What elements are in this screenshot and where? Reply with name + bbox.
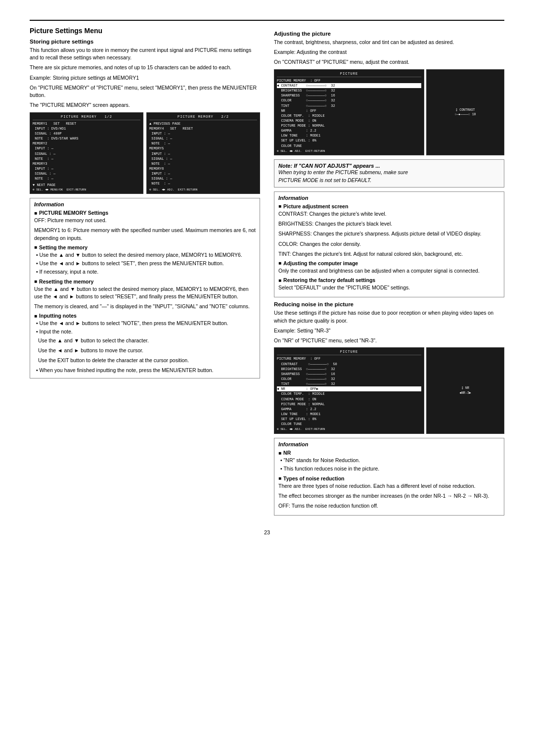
- ps-r8: COLOR TEMP. : MIDDLE: [277, 113, 421, 118]
- memory-screens-row: PICTURE MEMORY 1/2 MEMORY1 SET RESET INP…: [30, 112, 260, 194]
- memory-s1-r3: SIGNAL : 480P: [33, 131, 140, 136]
- memory-s2-r10: INPUT : —: [149, 171, 257, 176]
- info-box-right: Information Picture adjustment screen CO…: [274, 191, 504, 298]
- nr-screen: PICTURE PICTURE MEMORY : OFF CONTRAST ○—…: [274, 347, 424, 434]
- info-box-nr-title: Information: [278, 441, 500, 447]
- memory-s2-prev: ▲ PREVIOUS PAGE: [149, 121, 257, 126]
- setting-bullet-3: If necessary, input a note.: [34, 268, 256, 276]
- reducing-example: Example: Setting "NR-3": [274, 327, 504, 334]
- memory-s1-r7: SIGNAL : —: [33, 151, 140, 156]
- nr-r10: PICTURE MODE : NORMAL: [277, 402, 421, 407]
- computer-image-p: Only the contrast and brightness can be …: [278, 267, 500, 275]
- memory-s2-r1: MEMORY4 SET RESET: [149, 126, 257, 131]
- memory-s1-r12: NOTE : —: [33, 176, 140, 181]
- storing-p3: On "PICTURE MEMORY" of "PICTURE" menu, s…: [30, 84, 260, 99]
- adjusting-example: Example: Adjusting the contrast: [274, 48, 504, 56]
- computer-image-head: Adjusting the computer image: [278, 260, 500, 266]
- storing-p4: The "PICTURE MEMORY" screen appears.: [30, 101, 260, 109]
- ps-r7: NR : OFF: [277, 108, 421, 113]
- ps-r6: TINT ○————————○ 32: [277, 103, 421, 108]
- resetting-p1: Use the ▲ and ▼ button to select the des…: [34, 285, 256, 300]
- contrast-desc: CONTRAST: Changes the picture's white le…: [278, 210, 500, 218]
- ps-r12: LOW TONE : MODE1: [277, 133, 421, 138]
- memory-s2-r7: SIGNAL : —: [149, 156, 257, 161]
- contrast-label: ‡ CONTRAST○—●————○ 10: [455, 108, 476, 117]
- memory-s2-r3: SIGNAL : —: [149, 136, 257, 141]
- inputting-sub2: Use the ◄ and ► buttons to move the curs…: [34, 347, 256, 354]
- picture-screen-area: PICTURE PICTURE MEMORY : OFF ◄ CONTRAST …: [274, 69, 504, 156]
- adjusting-title: Adjusting the picture: [274, 31, 504, 37]
- nr-side-label: ‡ NR◄NR-3►: [459, 386, 471, 395]
- memory-s1-nav: ▼ NEXT PAGE: [33, 183, 140, 188]
- inputting-bullet-3: When you have finished inputting the not…: [34, 367, 256, 374]
- memory-screen-1-title: PICTURE MEMORY 1/2: [33, 114, 140, 120]
- reducing-p1: Use these settings if the picture has no…: [274, 309, 504, 324]
- color-desc: COLOR: Changes the color density.: [278, 240, 500, 248]
- memory-s1-r5: MEMORY2: [33, 141, 140, 146]
- info-box-right-title: Information: [278, 195, 500, 201]
- picture-screen: PICTURE PICTURE MEMORY : OFF ◄ CONTRAST …: [274, 69, 424, 156]
- ps-r14: COLOR TUNE: [277, 143, 421, 148]
- factory-p: Select "DEFAULT" under the "PICTURE MODE…: [278, 284, 500, 291]
- memory-s2-r12: NOTE : —: [149, 181, 257, 186]
- nr-r13: SET UP LEVEL : 0%: [277, 417, 421, 422]
- ps-r9: CINEMA MODE : ON: [277, 118, 421, 123]
- nr-r9: CINEMA MODE : ON: [277, 397, 421, 402]
- adjusting-p1: The contrast, brightness, sharpness, col…: [274, 39, 504, 46]
- nr-screen-title: PICTURE: [277, 349, 421, 355]
- memory-s2-r11: SIGNAL : —: [149, 176, 257, 181]
- left-column: Picture Settings Menu Storing picture se…: [30, 27, 260, 520]
- nr-r2: CONTRAST ○————————○ 50: [277, 362, 421, 367]
- memory-s1-r8: NOTE : —: [33, 156, 140, 161]
- inputting-head: Inputting notes: [34, 313, 256, 319]
- nr-r1: PICTURE MEMORY : OFF: [277, 356, 421, 361]
- two-column-layout: Picture Settings Menu Storing picture se…: [30, 27, 504, 520]
- memory-s2-r9: MEMORY6: [149, 166, 257, 171]
- nr-r6: TINT ○————————○ 32: [277, 381, 421, 386]
- ps-r2: ◄ CONTRAST ○————————○ 32: [277, 83, 421, 88]
- setting-memory-head: Setting the memory: [34, 244, 256, 250]
- nr-r5: COLOR ○————————○ 32: [277, 377, 421, 381]
- types-p2: The effect becomes stronger as the numbe…: [278, 492, 500, 500]
- factory-head: Restoring the factory default settings: [278, 277, 500, 283]
- info-box-nr: Information NR "NR" stands for Noise Red…: [274, 438, 504, 516]
- nr-r12: LOW TONE : MODE1: [277, 412, 421, 417]
- picture-screen-title: PICTURE: [277, 71, 421, 77]
- top-rule: [30, 20, 504, 21]
- info-box-left-title: Information: [34, 201, 256, 207]
- note-title: Note: If "CAN NOT ADJUST" appears ...: [278, 163, 500, 169]
- nr-r7: ◄ NR : OFF▶: [277, 386, 421, 391]
- inputting-sub3: Use the EXIT button to delete the charac…: [34, 357, 256, 364]
- storing-p2: There are six picture memories, and note…: [30, 64, 260, 71]
- brightness-desc: BRIGHTNESS: Changes the picture's black …: [278, 220, 500, 228]
- resetting-p2: The memory is cleared, and "—" is displa…: [34, 303, 256, 310]
- memory-s1-footer: ⊕ SEL. ◄► MENU/OK EXIT:RETURN: [33, 188, 140, 192]
- note-body-line2: PICTURE MODE is not set to DEFAULT.: [278, 177, 500, 184]
- nr-r11: GAMMA : 2.2: [277, 407, 421, 412]
- memory-screen-1: PICTURE MEMORY 1/2 MEMORY1 SET RESET INP…: [30, 112, 143, 194]
- ps-r5: COLOR ○————————○ 32: [277, 98, 421, 103]
- memory-screen-2-title: PICTURE MEMORY 2/2: [149, 114, 257, 120]
- adjusting-p2: On "CONTRAST" of "PICTURE" menu, adjust …: [274, 58, 504, 66]
- memory-s2-r2: INPUT : —: [149, 131, 257, 136]
- nr-r4: SHARPNESS ○————————○ 16: [277, 372, 421, 377]
- resetting-head: Resetting the memory: [34, 279, 256, 284]
- memory-label: MEMORY1 to 6: Picture memory with the sp…: [34, 227, 256, 241]
- storing-example: Example: Storing picture settings at MEM…: [30, 74, 260, 82]
- sharpness-desc: SHARPNESS: Changes the picture's sharpne…: [278, 230, 500, 237]
- memory-s1-r6: INPUT : —: [33, 146, 140, 151]
- types-p3: OFF: Turns the noise reduction function …: [278, 502, 500, 510]
- types-p1: There are three types of noise reduction…: [278, 482, 500, 490]
- reducing-p2: On "NR" of "PICTURE" menu, select "NR-3"…: [274, 337, 504, 344]
- nr-r8: COLOR TEMP. : MIDDLE: [277, 391, 421, 396]
- memory-s1-r4: NOTE : DVD/STAR WARS: [33, 136, 140, 141]
- tint-desc: TINT: Changes the picture's tint. Adjust…: [278, 250, 500, 258]
- memory-s2-r6: INPUT : —: [149, 151, 257, 156]
- off-label: OFF: Picture memory not used.: [34, 217, 256, 224]
- memory-s1-r2: INPUT : DVD/HD1: [33, 126, 140, 131]
- picture-memory-head: PICTURE MEMORY Settings: [34, 210, 256, 216]
- memory-s1-r9: MEMORY3: [33, 161, 140, 166]
- storing-p1: This function allows you to store in mem…: [30, 47, 260, 61]
- nr-bullet-1: "NR" stands for Noise Reduction.: [278, 457, 500, 464]
- ps-r1: PICTURE MEMORY : OFF: [277, 78, 421, 83]
